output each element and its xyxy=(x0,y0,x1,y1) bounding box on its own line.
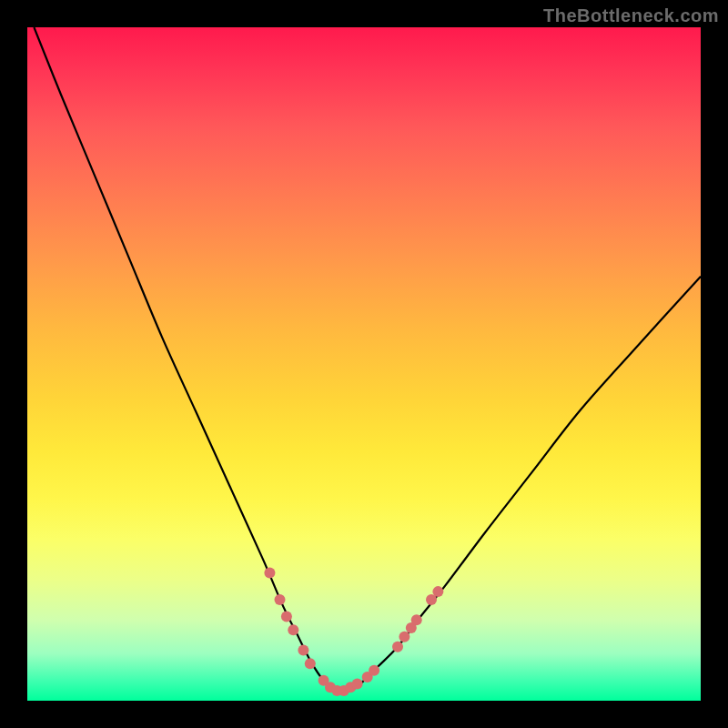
highlight-dot xyxy=(288,624,298,635)
bottleneck-curve xyxy=(34,27,701,692)
highlight-dot xyxy=(432,586,443,597)
highlight-dot xyxy=(305,658,316,669)
curve-svg xyxy=(27,27,701,701)
highlight-dot xyxy=(399,632,410,642)
highlight-dot xyxy=(275,594,286,605)
highlight-dot xyxy=(392,642,403,652)
highlight-dot xyxy=(411,614,422,625)
highlight-dot xyxy=(352,679,363,690)
chart-frame: TheBottleneck.com xyxy=(0,0,728,728)
plot-area xyxy=(27,27,701,701)
highlight-dot xyxy=(369,665,379,676)
highlight-dot xyxy=(298,645,308,656)
highlight-dot xyxy=(264,567,275,578)
watermark-text: TheBottleneck.com xyxy=(543,5,719,26)
highlight-dot xyxy=(281,612,292,622)
